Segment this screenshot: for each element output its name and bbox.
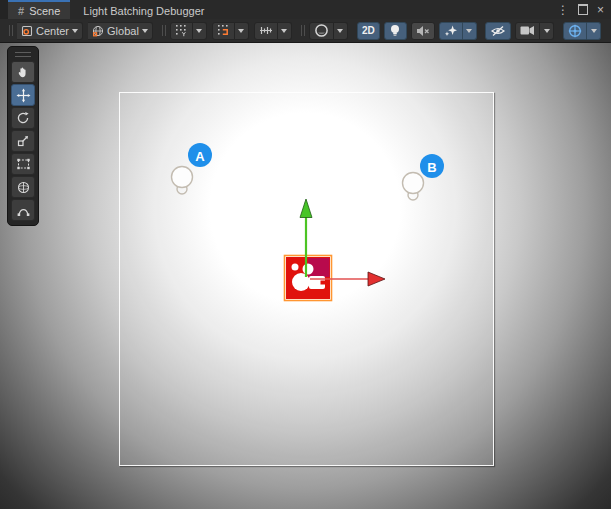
snap-to-grid-button[interactable]	[212, 22, 235, 40]
toolbar-separator	[162, 25, 166, 36]
scene-effects-dropdown[interactable]	[463, 22, 477, 40]
snap-to-grid-dropdown[interactable]	[235, 22, 249, 40]
toolbar-drag-handle[interactable]	[9, 25, 13, 36]
2d-label: 2D	[362, 25, 375, 36]
hand-icon	[16, 65, 30, 79]
tool-handle-rotation-dropdown[interactable]: Global	[88, 22, 153, 40]
light-a-badge[interactable]: A	[188, 143, 212, 167]
scale-tool-button[interactable]	[11, 130, 35, 152]
tab-light-batching-debugger-label: Light Batching Debugger	[83, 5, 204, 17]
move-tool-button[interactable]	[11, 84, 35, 106]
window-menu-icon[interactable]: ⋮	[557, 4, 569, 16]
snap-increment-dropdown[interactable]	[278, 22, 292, 40]
effects-sparkle-icon	[444, 24, 458, 37]
window-controls: ⋮ ×	[557, 0, 611, 19]
draw-mode-dropdown[interactable]	[334, 22, 348, 40]
scene-viewport[interactable]: A B	[0, 43, 611, 509]
tab-light-batching-debugger[interactable]: Light Batching Debugger	[70, 0, 217, 19]
rotate-icon	[16, 111, 30, 125]
tools-overlay	[7, 46, 39, 226]
tab-scene-label: Scene	[29, 5, 60, 17]
tab-bar: # Scene Light Batching Debugger ⋮ ×	[0, 0, 611, 20]
rect-tool-button[interactable]	[11, 153, 35, 175]
pivot-icon	[21, 25, 33, 37]
shaded-sphere-icon	[314, 23, 329, 38]
2d-mode-toggle[interactable]: 2D	[357, 22, 380, 40]
gizmo-sphere-icon	[568, 24, 582, 38]
grid-icon: #	[18, 5, 24, 17]
draw-mode-button[interactable]	[309, 22, 334, 40]
scene-camera-dropdown[interactable]	[540, 22, 554, 40]
grid-visibility-dropdown[interactable]	[193, 22, 207, 40]
chevron-down-icon	[72, 29, 78, 33]
snap-grid-icon	[217, 24, 230, 37]
camera-icon	[520, 25, 535, 36]
light-a-gizmo[interactable]	[172, 167, 193, 195]
rect-tool-icon	[16, 157, 31, 171]
chevron-down-icon	[544, 29, 550, 33]
transform-icon	[16, 180, 31, 195]
scene-effects-toggle[interactable]	[439, 22, 463, 40]
scene-audio-toggle[interactable]	[411, 22, 435, 40]
grid-visibility-button[interactable]	[170, 22, 193, 40]
tools-drag-handle[interactable]	[15, 52, 31, 57]
tool-handle-pivot-dropdown[interactable]: Center	[17, 22, 83, 40]
audio-muted-icon	[416, 25, 430, 37]
chevron-down-icon	[238, 29, 244, 33]
scene-toolbar: Center Global	[0, 19, 611, 43]
close-icon[interactable]: ×	[597, 4, 604, 16]
custom-editor-tools-button[interactable]	[11, 199, 35, 221]
maximize-icon[interactable]	[578, 4, 588, 15]
chevron-down-icon	[591, 29, 597, 33]
scale-icon	[16, 134, 30, 148]
chevron-down-icon	[281, 29, 287, 33]
toolbar-drag-handle-right[interactable]	[301, 25, 305, 36]
light-bulb-icon	[389, 24, 401, 38]
unity-editor-window: # Scene Light Batching Debugger ⋮ × Cent…	[0, 0, 611, 509]
eye-hidden-icon	[490, 25, 506, 37]
chevron-down-icon	[337, 29, 343, 33]
chevron-down-icon	[196, 29, 202, 33]
light-b-label: B	[427, 160, 436, 175]
scene-visibility-toggle[interactable]	[485, 22, 511, 40]
chevron-down-icon	[142, 29, 148, 33]
snap-increment-button[interactable]	[254, 22, 278, 40]
view-tool-button[interactable]	[11, 61, 35, 83]
grid-axis-icon	[175, 24, 188, 37]
tab-scene[interactable]: # Scene	[8, 0, 70, 19]
orientation-label: Global	[107, 25, 139, 37]
scene-gizmo-layer: A B	[0, 43, 611, 509]
scene-lighting-toggle[interactable]	[384, 22, 407, 40]
tabbar-lead	[0, 0, 8, 19]
transform-tool-button[interactable]	[11, 176, 35, 198]
move-icon	[16, 88, 31, 103]
gizmos-dropdown[interactable]	[587, 22, 601, 40]
light-a-label: A	[195, 149, 205, 164]
chevron-down-icon	[466, 29, 472, 33]
light-b-badge[interactable]: B	[420, 154, 444, 178]
pivot-label: Center	[36, 25, 69, 37]
scene-camera-button[interactable]	[515, 22, 540, 40]
ruler-ticks-icon	[259, 24, 273, 37]
gizmos-button[interactable]	[563, 22, 587, 40]
light-b-gizmo[interactable]	[403, 173, 424, 201]
rotate-tool-button[interactable]	[11, 107, 35, 129]
globe-icon	[92, 25, 104, 37]
spline-tool-icon	[16, 204, 31, 217]
